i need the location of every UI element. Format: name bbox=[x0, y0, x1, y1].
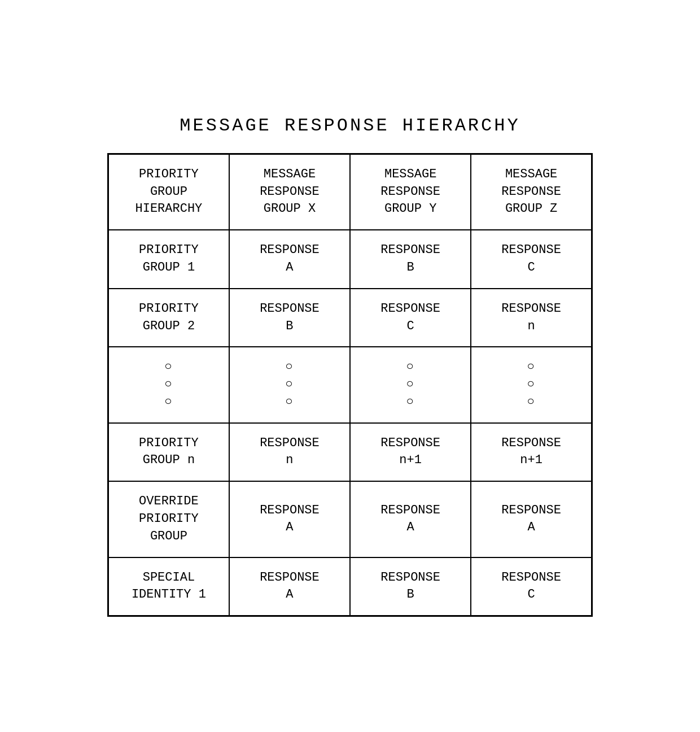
response-n1-y: RESPONSEn+1 bbox=[350, 423, 471, 482]
hierarchy-table: PRIORITYGROUPHIERARCHY MESSAGERESPONSEGR… bbox=[107, 153, 593, 617]
priority-group-n-label: PRIORITYGROUP n bbox=[108, 423, 229, 482]
table-row: PRIORITYGROUP 1 RESPONSEA RESPONSEB RESP… bbox=[108, 230, 592, 289]
header-col3: MESSAGERESPONSEGROUP Y bbox=[350, 154, 471, 230]
special-response-b-y: RESPONSEB bbox=[350, 557, 471, 616]
response-n-z: RESPONSEn bbox=[471, 289, 592, 347]
priority-group-2-label: PRIORITYGROUP 2 bbox=[108, 289, 229, 347]
special-identity-1-label: SPECIALIDENTITY 1 bbox=[108, 557, 229, 616]
header-col4: MESSAGERESPONSEGROUP Z bbox=[471, 154, 592, 230]
dots-col1: ○○○ bbox=[108, 347, 229, 422]
header-col1: PRIORITYGROUPHIERARCHY bbox=[108, 154, 229, 230]
table-row: PRIORITYGROUP n RESPONSEn RESPONSEn+1 RE… bbox=[108, 423, 592, 482]
override-response-a-z: RESPONSEA bbox=[471, 481, 592, 557]
priority-group-1-label: PRIORITYGROUP 1 bbox=[108, 230, 229, 289]
dots-col2: ○○○ bbox=[229, 347, 350, 422]
response-c-y: RESPONSEC bbox=[350, 289, 471, 347]
table-row: SPECIALIDENTITY 1 RESPONSEA RESPONSEB RE… bbox=[108, 557, 592, 616]
special-response-c-z: RESPONSEC bbox=[471, 557, 592, 616]
response-b-y: RESPONSEB bbox=[350, 230, 471, 289]
dots-col4: ○○○ bbox=[471, 347, 592, 422]
response-n1-z: RESPONSEn+1 bbox=[471, 423, 592, 482]
table-row: PRIORITYGROUP 2 RESPONSEB RESPONSEC RESP… bbox=[108, 289, 592, 347]
response-b-x: RESPONSEB bbox=[229, 289, 350, 347]
override-priority-group-label: OVERRIDEPRIORITYGROUP bbox=[108, 481, 229, 557]
table-row: OVERRIDEPRIORITYGROUP RESPONSEA RESPONSE… bbox=[108, 481, 592, 557]
response-c-z: RESPONSEC bbox=[471, 230, 592, 289]
page-container: MESSAGE RESPONSE HIERARCHY PRIORITYGROUP… bbox=[0, 0, 700, 732]
table-header-row: PRIORITYGROUPHIERARCHY MESSAGERESPONSEGR… bbox=[108, 154, 592, 230]
dots-col3: ○○○ bbox=[350, 347, 471, 422]
page-title: MESSAGE RESPONSE HIERARCHY bbox=[180, 115, 520, 136]
response-a-x: RESPONSEA bbox=[229, 230, 350, 289]
header-col2: MESSAGERESPONSEGROUP X bbox=[229, 154, 350, 230]
response-n-x: RESPONSEn bbox=[229, 423, 350, 482]
special-response-a-x: RESPONSEA bbox=[229, 557, 350, 616]
table-row-dots: ○○○ ○○○ ○○○ ○○○ bbox=[108, 347, 592, 422]
override-response-a-x: RESPONSEA bbox=[229, 481, 350, 557]
override-response-a-y: RESPONSEA bbox=[350, 481, 471, 557]
